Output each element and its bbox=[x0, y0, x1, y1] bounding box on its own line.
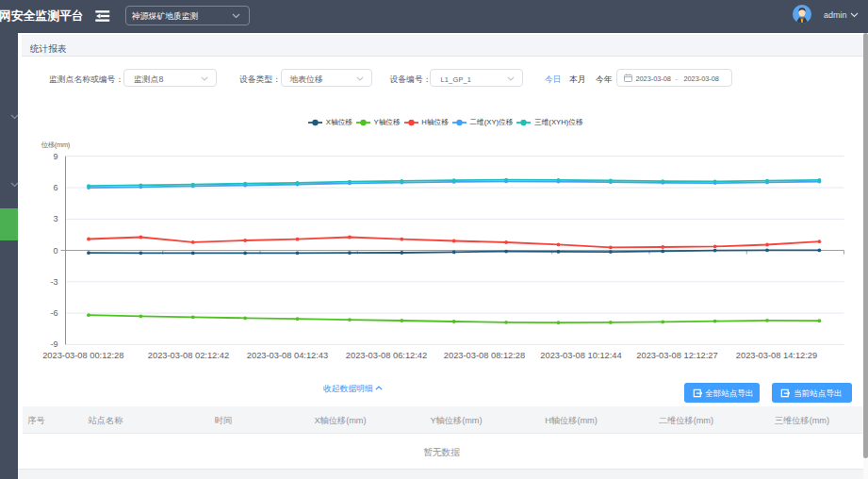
svg-text:2023-03-08 02:12:42: 2023-03-08 02:12:42 bbox=[148, 351, 229, 360]
svg-text:9: 9 bbox=[53, 152, 57, 161]
svg-text:位移(mm): 位移(mm) bbox=[41, 140, 70, 149]
svg-text:0: 0 bbox=[53, 246, 57, 256]
svg-text:-3: -3 bbox=[50, 277, 57, 287]
svg-text:-9: -9 bbox=[50, 339, 57, 349]
svg-text:2023-03-08 08:12:28: 2023-03-08 08:12:28 bbox=[444, 351, 525, 360]
svg-text:2023-03-08 12:12:27: 2023-03-08 12:12:27 bbox=[636, 351, 717, 360]
svg-text:6: 6 bbox=[53, 183, 57, 192]
svg-text:2023-03-08 10:12:44: 2023-03-08 10:12:44 bbox=[540, 351, 621, 360]
svg-text:2023-03-08 06:12:42: 2023-03-08 06:12:42 bbox=[346, 351, 427, 360]
svg-text:2023-03-08 14:12:29: 2023-03-08 14:12:29 bbox=[736, 351, 817, 360]
svg-text:2023-03-08 00:12:28: 2023-03-08 00:12:28 bbox=[42, 351, 123, 360]
svg-text:3: 3 bbox=[53, 214, 57, 223]
svg-text:2023-03-08 04:12:43: 2023-03-08 04:12:43 bbox=[247, 351, 328, 360]
svg-text:-6: -6 bbox=[50, 308, 57, 318]
